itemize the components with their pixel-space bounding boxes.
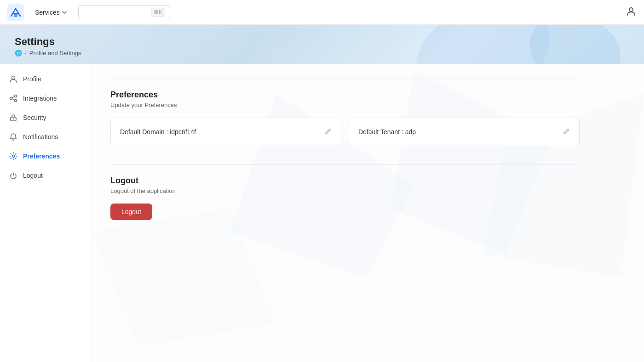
edit-domain-icon[interactable]	[324, 128, 332, 136]
services-button[interactable]: Services	[31, 7, 71, 18]
edit-tenant-icon[interactable]	[563, 128, 570, 136]
default-domain-card: Default Domain : idpc6f14f	[110, 118, 341, 146]
preferences-divider	[110, 79, 580, 79]
logout-button[interactable]: Logout	[110, 204, 152, 220]
sidebar: Profile Integrations Security	[0, 64, 92, 362]
app-logo[interactable]	[7, 4, 24, 21]
power-icon	[9, 171, 17, 180]
logout-section-desc: Logout of the application	[110, 187, 580, 194]
chevron-down-icon	[62, 10, 67, 15]
svg-point-6	[10, 97, 12, 100]
person-icon	[9, 75, 17, 83]
main-inner: Preferences Update your Preferences Defa…	[92, 64, 598, 235]
svg-rect-0	[7, 4, 24, 21]
main-content: Preferences Update your Preferences Defa…	[92, 64, 644, 362]
sidebar-logout-label: Logout	[23, 172, 43, 179]
logout-section: Logout Logout of the application Logout	[110, 164, 580, 220]
search-icon	[83, 9, 84, 16]
gear-icon	[9, 152, 17, 160]
breadcrumb: 🌐 / Profile and Settings	[15, 50, 629, 57]
bell-icon	[9, 133, 17, 141]
sidebar-item-preferences[interactable]: Preferences	[0, 147, 92, 166]
user-account-icon[interactable]	[626, 6, 637, 19]
svg-point-12	[13, 119, 14, 119]
breadcrumb-home[interactable]: 🌐	[15, 50, 22, 57]
search-input[interactable]	[87, 9, 147, 16]
default-domain-label: Default Domain : idpc6f14f	[120, 128, 196, 136]
preferences-section-title: Preferences	[110, 90, 580, 100]
sidebar-notifications-label: Notifications	[23, 133, 58, 141]
topnav-left: Services ⌘K	[7, 4, 170, 21]
logout-divider	[110, 164, 580, 165]
svg-point-8	[15, 100, 17, 102]
sidebar-item-notifications[interactable]: Notifications	[0, 127, 92, 147]
sidebar-item-security[interactable]: Security	[0, 108, 92, 127]
main-layout: Profile Integrations Security	[0, 64, 644, 362]
services-label: Services	[35, 9, 60, 16]
breadcrumb-current: Profile and Settings	[29, 50, 81, 57]
topnav-right	[626, 6, 637, 19]
sidebar-item-profile[interactable]: Profile	[0, 69, 92, 89]
page-header: Settings 🌐 / Profile and Settings	[0, 25, 644, 64]
svg-line-10	[12, 99, 15, 100]
integrations-icon	[9, 94, 17, 102]
sidebar-security-label: Security	[23, 114, 46, 121]
top-navigation: Services ⌘K	[0, 0, 644, 25]
search-shortcut: ⌘K	[151, 8, 165, 17]
breadcrumb-separator: /	[25, 50, 27, 57]
sidebar-integrations-label: Integrations	[23, 95, 57, 102]
lock-icon	[9, 113, 17, 122]
logout-section-title: Logout	[110, 176, 580, 186]
page-title: Settings	[15, 36, 629, 48]
sidebar-preferences-label: Preferences	[23, 153, 60, 160]
svg-point-13	[12, 155, 15, 158]
svg-point-7	[15, 95, 17, 97]
default-tenant-label: Default Tenant : adp	[358, 128, 416, 136]
preferences-section-desc: Update your Preferences	[110, 102, 580, 108]
sidebar-item-integrations[interactable]: Integrations	[0, 89, 92, 108]
svg-point-4	[629, 8, 633, 11]
sidebar-item-logout[interactable]: Logout	[0, 166, 92, 185]
preferences-cards-row: Default Domain : idpc6f14f Default Tenan…	[110, 118, 580, 146]
default-tenant-card: Default Tenant : adp	[349, 118, 580, 146]
search-bar[interactable]: ⌘K	[78, 5, 170, 19]
sidebar-profile-label: Profile	[23, 75, 41, 83]
svg-point-5	[12, 76, 15, 79]
svg-line-9	[12, 96, 15, 98]
svg-rect-1	[14, 14, 17, 17]
